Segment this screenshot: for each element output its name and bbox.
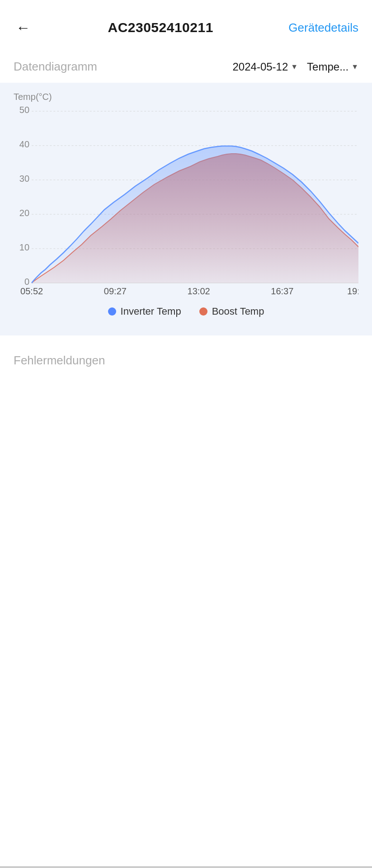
error-section-title: Fehlermeldungen <box>14 354 105 367</box>
back-button[interactable]: ← <box>14 18 33 37</box>
svg-text:05:52: 05:52 <box>20 286 43 296</box>
inverter-temp-legend: Inverter Temp <box>108 306 181 317</box>
boost-temp-dot <box>199 307 207 316</box>
metric-dropdown-arrow: ▼ <box>351 63 358 71</box>
inverter-area <box>32 146 358 283</box>
device-details-link[interactable]: Gerätedetails <box>288 21 358 35</box>
chart-legend: Inverter Temp Boost Temp <box>14 297 358 322</box>
chart-section: Temp(°C) 50 40 <box>0 83 372 335</box>
page-title: AC23052410211 <box>108 20 213 35</box>
controls-row: Datendiagramm 2024-05-12 ▼ Tempe... ▼ <box>0 46 372 83</box>
inverter-temp-label: Inverter Temp <box>121 306 181 317</box>
error-section: Fehlermeldungen <box>0 335 372 377</box>
date-value: 2024-05-12 <box>233 61 288 73</box>
date-dropdown-arrow: ▼ <box>291 63 298 71</box>
chart-svg: 50 40 30 20 10 0 05:52 09:27 13:02 16:37… <box>14 107 358 297</box>
boost-temp-legend: Boost Temp <box>199 306 264 317</box>
svg-text:13:02: 13:02 <box>188 286 210 296</box>
svg-text:19:52: 19:52 <box>347 286 358 296</box>
metric-value: Tempe... <box>307 61 348 73</box>
header: ← AC23052410211 Gerätedetails <box>0 0 372 46</box>
svg-text:16:37: 16:37 <box>271 286 293 296</box>
bottom-bar <box>0 866 372 868</box>
metric-dropdown[interactable]: Tempe... ▼ <box>307 61 358 73</box>
chart-wrapper: 50 40 30 20 10 0 05:52 09:27 13:02 16:37… <box>14 107 358 297</box>
boost-temp-label: Boost Temp <box>212 306 264 317</box>
svg-text:10: 10 <box>19 242 29 252</box>
svg-text:20: 20 <box>19 208 29 218</box>
y-axis-label: Temp(°C) <box>14 92 358 102</box>
svg-text:50: 50 <box>19 107 29 115</box>
svg-text:0: 0 <box>24 277 29 287</box>
section-label: Datendiagramm <box>14 60 224 74</box>
svg-text:40: 40 <box>19 139 29 149</box>
inverter-temp-dot <box>108 307 116 316</box>
svg-text:09:27: 09:27 <box>104 286 127 296</box>
date-dropdown[interactable]: 2024-05-12 ▼ <box>233 61 298 73</box>
svg-text:30: 30 <box>19 174 29 184</box>
